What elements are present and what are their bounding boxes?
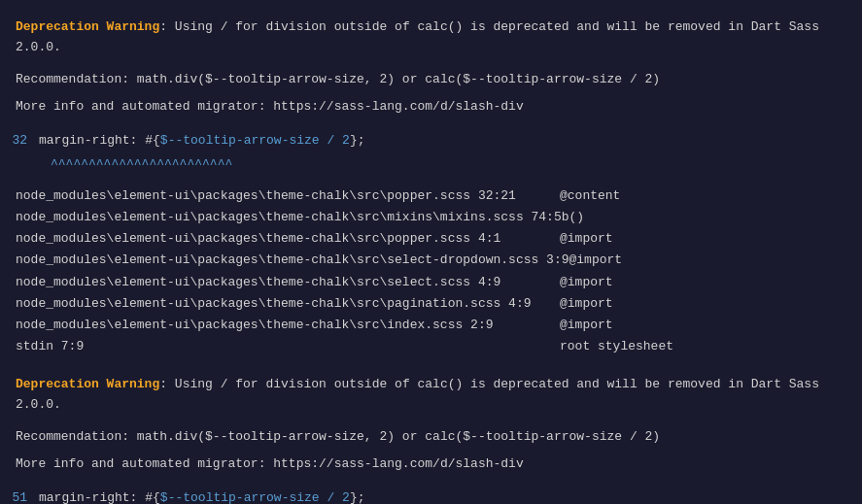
trace-path-1-5: node_modules\element-ui\packages\theme-c… (16, 293, 560, 315)
trace-type-1-0: @content (560, 185, 620, 207)
code-prefix-1: margin-right: #{ (39, 133, 160, 148)
carets-1: ^^^^^^^^^^^^^^^^^^^^^^^^ (51, 157, 232, 172)
trace-type-1-7: root stylesheet (560, 336, 673, 357)
trace-type-1-3: @import (569, 250, 623, 271)
trace-type-1-6: @import (560, 315, 613, 336)
code-block-1: 32 margin-right: #{$--tooltip-arrow-size… (0, 129, 862, 151)
recommendation-line-2: Recommendation: math.div($--tooltip-arro… (0, 423, 862, 452)
code-prefix-2: margin-right: #{ (39, 490, 160, 504)
and-text-1: and (91, 99, 114, 114)
line-number-2: 51 (0, 490, 39, 504)
warning-label-2: Deprecation Warning (16, 377, 159, 391)
code-suffix-1: }; (350, 133, 365, 148)
recommendation-line-1: Recommendation: math.div($--tooltip-arro… (0, 66, 862, 94)
trace-row-1-5: node_modules\element-ui\packages\theme-c… (16, 293, 846, 315)
trace-path-1-7: stdin 7:9 (16, 336, 560, 357)
warning-label-1: Deprecation Warning (16, 19, 159, 34)
and-text-2: and (91, 456, 114, 471)
more-info-prefix-2: More info (16, 456, 91, 471)
trace-type-1-5: @import (560, 293, 613, 315)
warning-block-2: Deprecation Warning: Using / for divisio… (0, 367, 862, 423)
trace-path-1-6: node_modules\element-ui\packages\theme-c… (16, 315, 560, 336)
trace-row-1-4: node_modules\element-ui\packages\theme-c… (16, 272, 846, 293)
trace-row-1-0: node_modules\element-ui\packages\theme-c… (16, 185, 846, 207)
more-info-prefix-1: More info (16, 99, 91, 114)
more-info-suffix-1: automated migrator: https://sass-lang.co… (114, 99, 523, 114)
trace-type-1-4: @import (560, 272, 613, 293)
trace-row-1-1: node_modules\element-ui\packages\theme-c… (16, 207, 846, 228)
code-content-1: margin-right: #{$--tooltip-arrow-size / … (39, 133, 862, 148)
trace-path-1-4: node_modules\element-ui\packages\theme-c… (16, 272, 560, 293)
trace-type-1-2: @import (560, 228, 613, 250)
line-number-1: 32 (0, 133, 39, 148)
trace-row-1-3: node_modules\element-ui\packages\theme-c… (16, 250, 846, 271)
trace-path-1-2: node_modules\element-ui\packages\theme-c… (16, 228, 560, 250)
more-info-line-1: More info and automated migrator: https:… (0, 93, 862, 121)
caret-line-1: ^^^^^^^^^^^^^^^^^^^^^^^^ (0, 157, 862, 176)
code-content-2: margin-right: #{$--tooltip-arrow-size / … (39, 490, 862, 504)
more-info-suffix-2: automated migrator: https://sass-lang.co… (114, 456, 523, 471)
trace-path-1-1: node_modules\element-ui\packages\theme-c… (16, 207, 562, 228)
recommendation-prefix-2: Recommendation: (16, 429, 137, 444)
recommendation-text-2: math.div($--tooltip-arrow-size, 2) or ca… (137, 429, 660, 444)
trace-path-1-3: node_modules\element-ui\packages\theme-c… (16, 250, 569, 271)
trace-row-1-6: node_modules\element-ui\packages\theme-c… (16, 315, 846, 336)
code-var-1: $--tooltip-arrow-size / 2 (160, 133, 350, 148)
trace-type-1-1: b() (562, 207, 584, 228)
trace-row-1-2: node_modules\element-ui\packages\theme-c… (16, 228, 846, 250)
terminal-window: Deprecation Warning: Using / for divisio… (0, 0, 862, 504)
trace-block-1: node_modules\element-ui\packages\theme-c… (0, 182, 862, 361)
trace-row-1-7: stdin 7:9 root stylesheet (16, 336, 846, 357)
recommendation-prefix-1: Recommendation: (16, 72, 137, 86)
recommendation-text-1: math.div($--tooltip-arrow-size, 2) or ca… (137, 72, 660, 86)
code-block-2: 51 margin-right: #{$--tooltip-arrow-size… (0, 487, 862, 504)
code-suffix-2: }; (350, 490, 365, 504)
trace-path-1-0: node_modules\element-ui\packages\theme-c… (16, 185, 560, 207)
more-info-line-2: More info and automated migrator: https:… (0, 451, 862, 479)
warning-block-1: Deprecation Warning: Using / for divisio… (0, 10, 862, 66)
code-var-2: $--tooltip-arrow-size / 2 (160, 490, 350, 504)
